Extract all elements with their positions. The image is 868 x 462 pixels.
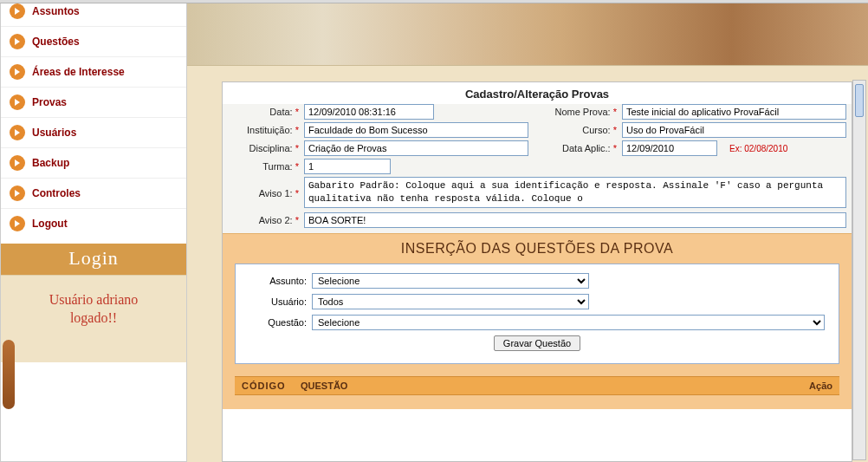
- sidebar-item-label: Questões: [32, 36, 80, 48]
- sidebar-item-label: Provas: [32, 96, 67, 108]
- input-curso[interactable]: [622, 122, 846, 138]
- label-nome-prova: Nome Prova: *: [532, 107, 619, 117]
- sidebar-menu: Assuntos Questões Áreas de Interesse Pro…: [1, 3, 186, 244]
- sidebar-item-provas[interactable]: Provas: [1, 87, 186, 117]
- label-usuario: Usuário:: [249, 296, 312, 307]
- main-area: Cadastro/Alteração Provas Data: * Nome P…: [187, 3, 868, 462]
- prova-form: Data: * Nome Prova: * Instituição: * Cur…: [223, 104, 852, 233]
- chevron-right-icon: [10, 3, 25, 19]
- sidebar-item-label: Assuntos: [32, 5, 80, 17]
- sidebar-item-label: Usuários: [32, 127, 76, 139]
- sidebar-item-label: Áreas de Interesse: [32, 66, 125, 78]
- label-turma: Turma: *: [228, 161, 301, 172]
- logged-user-status: Usuário adriano logado!!: [1, 275, 186, 362]
- sidebar-item-logout[interactable]: Logout: [1, 208, 186, 238]
- panel-title: Cadastro/Alteração Provas: [223, 82, 852, 104]
- chevron-right-icon: [10, 155, 25, 171]
- col-questao: QUESTÃO: [301, 381, 791, 391]
- sidebar: Assuntos Questões Áreas de Interesse Pro…: [0, 3, 187, 462]
- input-nome-prova[interactable]: [622, 104, 846, 120]
- label-assunto: Assunto:: [249, 276, 312, 286]
- chevron-right-icon: [10, 216, 25, 231]
- label-aviso1: Aviso 1: *: [228, 188, 301, 198]
- chevron-right-icon: [10, 94, 25, 110]
- chevron-right-icon: [10, 34, 25, 49]
- decorative-bar: [3, 340, 15, 409]
- insert-box: Assunto: Selecione Usuário: Todos Questã…: [235, 264, 839, 364]
- scrollbar-thumb[interactable]: [855, 84, 864, 117]
- sidebar-item-backup[interactable]: Backup: [1, 147, 186, 178]
- sidebar-item-areas[interactable]: Áreas de Interesse: [1, 56, 186, 87]
- insert-title: INSERÇÃO DAS QUESTÕES DA PROVA: [235, 241, 839, 257]
- input-instituicao[interactable]: [304, 122, 528, 138]
- label-curso: Curso: *: [532, 125, 619, 135]
- label-data-aplic: Data Aplic.: *: [532, 143, 619, 153]
- input-aviso2[interactable]: [304, 212, 846, 228]
- col-acao: Ação: [791, 381, 832, 391]
- select-usuario[interactable]: Todos: [312, 294, 589, 309]
- label-aviso2: Aviso 2: *: [228, 215, 301, 225]
- select-questao[interactable]: Selecione: [312, 315, 825, 330]
- save-question-button[interactable]: Gravar Questão: [494, 335, 580, 351]
- input-data-aplic[interactable]: [622, 140, 717, 156]
- input-disciplina[interactable]: [304, 140, 528, 156]
- sidebar-item-label: Logout: [32, 218, 68, 230]
- sidebar-item-label: Controles: [32, 187, 81, 199]
- hint-data-aplic: Ex: 02/08/2010: [722, 144, 787, 153]
- insert-questions-panel: INSERÇÃO DAS QUESTÕES DA PROVA Assunto: …: [223, 233, 852, 409]
- questions-table-header: CÓDIGO QUESTÃO Ação: [235, 376, 839, 395]
- login-section-title: Login: [1, 244, 186, 275]
- sidebar-item-controles[interactable]: Controles: [1, 178, 186, 208]
- label-questao: Questão:: [249, 317, 312, 328]
- chevron-right-icon: [10, 64, 25, 80]
- sidebar-item-questoes[interactable]: Questões: [1, 26, 186, 56]
- sidebar-item-label: Backup: [32, 157, 69, 169]
- sidebar-item-assuntos[interactable]: Assuntos: [1, 3, 186, 26]
- label-data: Data: *: [228, 107, 301, 117]
- sidebar-item-usuarios[interactable]: Usuários: [1, 117, 186, 147]
- header-banner: [187, 3, 868, 66]
- textarea-aviso1[interactable]: [304, 177, 846, 208]
- content-panel: Cadastro/Alteração Provas Data: * Nome P…: [222, 81, 852, 462]
- vertical-scrollbar[interactable]: [852, 80, 866, 460]
- logged-user-line2: logado!!: [10, 309, 178, 328]
- input-turma[interactable]: [304, 159, 391, 174]
- label-disciplina: Disciplina: *: [228, 143, 301, 153]
- col-codigo: CÓDIGO: [242, 381, 301, 391]
- select-assunto[interactable]: Selecione: [312, 273, 589, 289]
- logged-user-line1: Usuário adriano: [10, 291, 178, 309]
- input-data[interactable]: [304, 104, 434, 120]
- label-instituicao: Instituição: *: [228, 125, 301, 135]
- chevron-right-icon: [10, 125, 25, 140]
- chevron-right-icon: [10, 185, 25, 201]
